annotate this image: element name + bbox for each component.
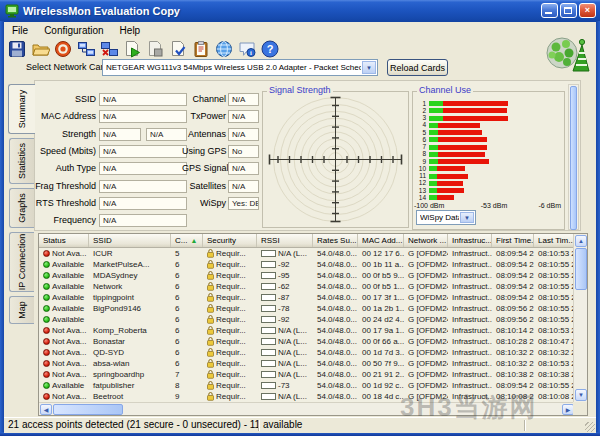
table-row[interactable]: Not Ava...absa-wlan6Requir...N/A (L...54… bbox=[39, 358, 575, 369]
table-row[interactable]: Not Ava...QD-SYD6Requir...N/A (L...54.0/… bbox=[39, 347, 575, 358]
tab-ip-connection[interactable]: IP Connection bbox=[9, 232, 34, 292]
table-row[interactable]: AvailableMarketPulseA...6Requir...-9254.… bbox=[39, 259, 575, 270]
log-start-icon[interactable] bbox=[122, 39, 142, 58]
web-icon[interactable] bbox=[214, 39, 234, 58]
maximize-button[interactable] bbox=[560, 3, 577, 18]
table-row[interactable]: AvailableMDASydney6Requir...-9554.0/48.0… bbox=[39, 270, 575, 281]
log-verify-icon[interactable] bbox=[168, 39, 188, 58]
column-header-last-tim[interactable]: Last Tim... bbox=[534, 234, 574, 247]
tab-graphs[interactable]: Graphs bbox=[9, 188, 34, 228]
table-row[interactable]: Availablefatpublisher8Requir...-7354.0/4… bbox=[39, 380, 575, 391]
scroll-down-icon[interactable]: ▼ bbox=[575, 389, 587, 401]
last-time-cell-text: 08:10:55 2... bbox=[538, 314, 574, 325]
rssi-cell: -92 bbox=[257, 259, 313, 270]
table-vertical-scrollbar[interactable]: ▲ ▼ bbox=[573, 234, 587, 402]
scrollbar-thumb[interactable] bbox=[53, 404, 123, 415]
log-stop-icon[interactable] bbox=[145, 39, 165, 58]
menu-item-file[interactable]: File bbox=[4, 25, 36, 36]
table-row[interactable]: Not Ava...Komp_Roberta6Requir...N/A (L..… bbox=[39, 325, 575, 336]
last-time-cell: 08:10:55 2... bbox=[534, 270, 574, 281]
channel-bar bbox=[429, 101, 508, 106]
network-type-cell-text: G [OFDM24] bbox=[408, 347, 448, 358]
tab-summary[interactable]: Summary bbox=[8, 84, 35, 134]
table-row[interactable]: Not Ava...Bonastar6Requir...N/A (L...54.… bbox=[39, 336, 575, 347]
summary-scrollbar[interactable] bbox=[568, 84, 579, 230]
channel-label: 6 bbox=[412, 137, 426, 143]
network-disconnect-icon[interactable] bbox=[99, 39, 119, 58]
report-icon[interactable] bbox=[191, 39, 211, 58]
svg-text:?: ? bbox=[267, 43, 274, 55]
scrollbar-thumb[interactable] bbox=[575, 248, 587, 290]
minimize-button[interactable] bbox=[541, 3, 558, 18]
rates-cell-text: 54.0/48.0... bbox=[317, 303, 357, 314]
channel-bar-signal bbox=[438, 123, 480, 128]
rssi-cell: -78 bbox=[257, 303, 313, 314]
rssi-bar-icon bbox=[261, 250, 276, 257]
channel-cell: 7 bbox=[171, 369, 203, 380]
table-row[interactable]: Not Ava...springboardhp7Requir...N/A (L.… bbox=[39, 369, 575, 380]
available-icon bbox=[43, 283, 50, 290]
resize-grip[interactable] bbox=[585, 422, 595, 432]
channel-label: 4 bbox=[412, 122, 426, 128]
network-connect-icon[interactable] bbox=[76, 39, 96, 58]
mac-cell-text: 00 1a 2b 1... bbox=[362, 303, 404, 314]
tab-map[interactable]: Map bbox=[9, 296, 34, 324]
column-header-rates-su[interactable]: Rates Su... bbox=[313, 234, 358, 247]
column-header-label: MAC Add... bbox=[362, 236, 402, 245]
table-row[interactable]: Available6Requir...-9254.0/48.0...00 24 … bbox=[39, 314, 575, 325]
table-row[interactable]: AvailableNetwork6Requir...-6254.0/48.0..… bbox=[39, 281, 575, 292]
infrastructure-cell-text: Infrastruct... bbox=[452, 303, 492, 314]
column-header-security[interactable]: Security bbox=[203, 234, 257, 247]
column-header-infrastruc[interactable]: Infrastruc... bbox=[448, 234, 492, 247]
infrastructure-cell-text: Infrastruct... bbox=[452, 347, 492, 358]
table-row[interactable]: Not Ava...ICUR5Requir...N/A (L...54.0/48… bbox=[39, 248, 575, 259]
first-time-cell: 08:09:54 2... bbox=[492, 270, 534, 281]
wispy-data-select[interactable]: WiSpy Data ▼ bbox=[416, 210, 476, 225]
field-value: N/A bbox=[228, 180, 259, 193]
chevron-down-icon[interactable]: ▼ bbox=[362, 61, 376, 74]
network-type-cell-text: G [OFDM24] bbox=[408, 369, 448, 380]
open-icon[interactable] bbox=[30, 39, 50, 58]
status-text: Available bbox=[52, 292, 84, 303]
tab-statistics[interactable]: Statistics bbox=[9, 138, 34, 184]
record-icon[interactable] bbox=[53, 39, 73, 58]
column-header-mac-add[interactable]: MAC Add... bbox=[358, 234, 404, 247]
field-value: N/A bbox=[99, 93, 187, 106]
column-header-rssi[interactable]: RSSI bbox=[257, 234, 313, 247]
column-header-network[interactable]: Network ... bbox=[404, 234, 448, 247]
column-header-status[interactable]: Status bbox=[39, 234, 89, 247]
rssi-text: -78 bbox=[278, 303, 290, 314]
rates-cell: 54.0/48.0... bbox=[313, 314, 358, 325]
menu-item-help[interactable]: Help bbox=[112, 25, 149, 36]
help-icon[interactable]: ? bbox=[260, 39, 280, 58]
feedback-icon[interactable]: i bbox=[237, 39, 257, 58]
ssid-cell: QD-SYD bbox=[89, 347, 171, 358]
status-text: Not Ava... bbox=[52, 369, 87, 380]
table-row[interactable]: Availabletippingpoint6Requir...-8754.0/4… bbox=[39, 292, 575, 303]
status-cell: Not Ava... bbox=[39, 358, 89, 369]
close-button[interactable]: × bbox=[579, 3, 596, 18]
field-label: SSID bbox=[34, 94, 96, 105]
security-text: Requir... bbox=[216, 281, 246, 292]
scroll-up-icon[interactable]: ▲ bbox=[575, 235, 587, 247]
status-text: Not Ava... bbox=[52, 325, 87, 336]
ssid-text: absa-wlan bbox=[93, 358, 129, 369]
table-row[interactable]: AvailableBigPond91466Requir...-7854.0/48… bbox=[39, 303, 575, 314]
chevron-down-icon[interactable]: ▼ bbox=[460, 212, 474, 223]
network-card-select[interactable]: NETGEAR WG111v3 54Mbps Wireless USB 2.0 … bbox=[102, 59, 378, 76]
table-horizontal-scrollbar[interactable]: ◀ ▶ bbox=[39, 402, 575, 415]
scroll-left-icon[interactable]: ◀ bbox=[40, 404, 52, 415]
save-icon[interactable] bbox=[7, 39, 27, 58]
column-header-c[interactable]: C...▲ bbox=[171, 234, 203, 247]
scrollbar-thumb[interactable] bbox=[570, 86, 577, 230]
rates-cell-text: 54.0/48.0... bbox=[317, 314, 357, 325]
column-header-first-time[interactable]: First Time... bbox=[492, 234, 534, 247]
channel-bar-signal bbox=[438, 137, 487, 142]
column-header-ssid[interactable]: SSID bbox=[89, 234, 171, 247]
field-label: TxPower bbox=[182, 111, 226, 122]
menu-item-configuration[interactable]: Configuration bbox=[36, 25, 111, 36]
reload-cards-button[interactable]: Reload Cards bbox=[387, 59, 448, 76]
table-row[interactable]: Not Ava...Beetroot9Requir...N/A (L...54.… bbox=[39, 391, 575, 402]
first-time-cell-text: 08:09:54 2... bbox=[496, 259, 534, 270]
mac-cell-text: 00 12 17 6... bbox=[362, 248, 404, 259]
